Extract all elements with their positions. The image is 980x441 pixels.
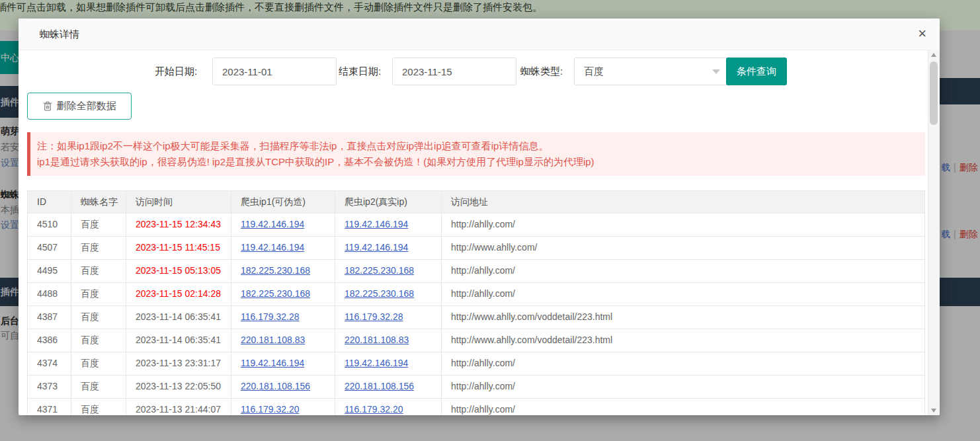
table-body: 4510百度2023-11-15 12:34:43119.42.146.1941… [28, 214, 924, 415]
cell-url: http://ahlly.com/ [442, 260, 924, 282]
header-ip1: 爬虫ip1(可伪造) [231, 191, 335, 213]
spider-type-value: 百度 [584, 65, 604, 77]
scroll-down-icon[interactable] [928, 405, 939, 415]
cell-ip2-link[interactable]: 119.42.146.194 [345, 358, 408, 368]
cell-url: http://ahlly.com/ [442, 352, 924, 375]
cell-ip1-link[interactable]: 182.225.230.168 [241, 265, 310, 276]
close-icon[interactable]: × [918, 26, 926, 42]
cell-spider-name: 百度 [71, 237, 126, 259]
header-spider-name: 蜘蛛名字 [71, 191, 126, 213]
table-row: 4495百度2023-11-15 05:13:05182.225.230.168… [28, 260, 924, 283]
cell-ip1-link[interactable]: 119.42.146.194 [241, 242, 304, 253]
cell-spider-name: 百度 [71, 214, 126, 236]
cell-ip1-link[interactable]: 119.42.146.194 [241, 219, 304, 229]
cell-ip1: 119.42.146.194 [231, 352, 335, 375]
cell-ip1-link[interactable]: 119.42.146.194 [241, 358, 304, 368]
cell-ip1-link[interactable]: 116.179.32.28 [241, 311, 300, 322]
cell-visit-time: 2023-11-14 06:35:41 [126, 306, 231, 329]
header-ip2: 爬虫ip2(真实ip) [335, 191, 442, 213]
spider-detail-modal: 蜘蛛详情 × 开始日期: 结束日期: 蜘蛛类型: 百度 条件查询 删除全部数据 [19, 19, 940, 415]
cell-ip2-link[interactable]: 116.179.32.28 [345, 311, 403, 322]
delete-all-button[interactable]: 删除全部数据 [27, 93, 132, 120]
cell-ip1: 182.225.230.168 [231, 260, 335, 282]
cell-id: 4510 [28, 214, 71, 236]
cell-ip2: 220.181.108.156 [335, 376, 442, 398]
cell-ip1-link[interactable]: 116.179.32.20 [241, 404, 300, 415]
cell-url: http://ahlly.com/ [442, 214, 924, 236]
cell-ip1-link[interactable]: 182.225.230.168 [241, 288, 310, 299]
cell-ip1: 116.179.32.28 [231, 306, 335, 329]
table-header-row: ID 蜘蛛名字 访问时间 爬虫ip1(可伪造) 爬虫ip2(真实ip) 访问地址 [28, 191, 924, 214]
warning-line-2: ip1是通过请求头获取的ip，很容易伪造! ip2是直接从TCP中获取的IP，基… [37, 154, 925, 170]
cell-id: 4488 [28, 283, 71, 305]
cell-ip2: 182.225.230.168 [335, 260, 442, 282]
cell-ip2: 182.225.230.168 [335, 283, 442, 305]
cell-ip1: 220.181.108.156 [231, 376, 335, 398]
cell-url: http://ahlly.com/ [442, 283, 924, 305]
delete-all-label: 删除全部数据 [57, 100, 116, 112]
cell-url: http://www.ahlly.com/ [442, 237, 924, 259]
cell-id: 4386 [28, 329, 71, 352]
chevron-down-icon [712, 69, 720, 74]
start-date-label: 开始日期: [155, 58, 197, 85]
header-visit-time: 访问时间 [126, 191, 231, 213]
cell-ip2-link[interactable]: 116.179.32.20 [345, 404, 403, 415]
cell-id: 4387 [28, 306, 71, 329]
table-row: 4373百度2023-11-13 22:05:50220.181.108.156… [28, 376, 924, 399]
table-row: 4374百度2023-11-13 23:31:17119.42.146.1941… [28, 352, 924, 376]
scrollbar-thumb[interactable] [930, 61, 938, 125]
cell-visit-time: 2023-11-13 21:44:07 [126, 399, 231, 415]
scroll-up-icon[interactable] [928, 50, 939, 60]
modal-header: 蜘蛛详情 × [19, 19, 940, 50]
cell-visit-time: 2023-11-15 11:45:15 [126, 237, 231, 259]
trash-icon [43, 101, 52, 111]
modal-scrollbar[interactable] [928, 50, 940, 415]
ip-warning-note: 注：如果ip1跟ip2不一样这个ip极大可能是采集器，扫描程序等非法ip，直接点… [27, 132, 925, 176]
cell-ip2-link[interactable]: 182.225.230.168 [345, 265, 414, 276]
cell-ip2: 119.42.146.194 [335, 237, 442, 259]
spider-type-select[interactable]: 百度 [574, 58, 729, 85]
cell-ip1: 119.42.146.194 [231, 214, 335, 236]
cell-spider-name: 百度 [71, 399, 126, 415]
cell-id: 4495 [28, 260, 71, 282]
cell-spider-name: 百度 [71, 260, 126, 282]
end-date-input[interactable] [392, 58, 516, 85]
table-row: 4488百度2023-11-15 02:14:28182.225.230.168… [28, 283, 924, 306]
cell-ip2-link[interactable]: 220.181.108.156 [345, 381, 414, 391]
table-row: 4387百度2023-11-14 06:35:41116.179.32.2811… [28, 306, 924, 329]
cell-ip1-link[interactable]: 220.181.108.156 [241, 381, 310, 391]
cell-visit-time: 2023-11-15 02:14:28 [126, 283, 231, 305]
cell-visit-time: 2023-11-13 23:31:17 [126, 352, 231, 375]
warning-line-1: 注：如果ip1跟ip2不一样这个ip极大可能是采集器，扫描程序等非法ip，直接点… [37, 138, 925, 154]
cell-ip2: 119.42.146.194 [335, 214, 442, 236]
end-date-label: 结束日期: [339, 58, 381, 85]
cell-visit-time: 2023-11-13 22:05:50 [126, 376, 231, 398]
screen: 插件可点击卸载，如果想删除插件可卸载后点击删除插件，不要直接删插件文件，手动删除… [0, 0, 980, 441]
cell-ip1: 182.225.230.168 [231, 283, 335, 305]
query-button[interactable]: 条件查询 [726, 58, 787, 85]
cell-id: 4507 [28, 237, 71, 259]
cell-ip1: 119.42.146.194 [231, 237, 335, 259]
cell-ip2: 119.42.146.194 [335, 352, 442, 375]
spider-type-label: 蜘蛛类型: [520, 58, 563, 85]
cell-ip2: 220.181.108.83 [335, 329, 442, 352]
cell-ip2-link[interactable]: 119.42.146.194 [345, 242, 408, 253]
cell-spider-name: 百度 [71, 352, 126, 375]
cell-ip1: 116.179.32.20 [231, 399, 335, 415]
cell-ip2-link[interactable]: 182.225.230.168 [345, 288, 414, 299]
cell-url: http://ahlly.com/ [442, 376, 924, 398]
cell-url: http://www.ahlly.com/voddetail/223.html [442, 329, 924, 352]
table-row: 4507百度2023-11-15 11:45:15119.42.146.1941… [28, 237, 924, 260]
cell-id: 4374 [28, 352, 71, 375]
header-url: 访问地址 [442, 191, 924, 213]
cell-ip2-link[interactable]: 119.42.146.194 [345, 219, 408, 229]
cell-ip2-link[interactable]: 220.181.108.83 [345, 335, 409, 345]
cell-id: 4371 [28, 399, 71, 415]
start-date-input[interactable] [212, 58, 337, 85]
table-row: 4371百度2023-11-13 21:44:07116.179.32.2011… [28, 399, 924, 415]
cell-spider-name: 百度 [71, 329, 126, 352]
cell-ip1-link[interactable]: 220.181.108.83 [241, 335, 305, 345]
table-row: 4386百度2023-11-14 06:35:41220.181.108.832… [28, 329, 924, 352]
cell-visit-time: 2023-11-15 05:13:05 [126, 260, 231, 282]
cell-spider-name: 百度 [71, 376, 126, 398]
